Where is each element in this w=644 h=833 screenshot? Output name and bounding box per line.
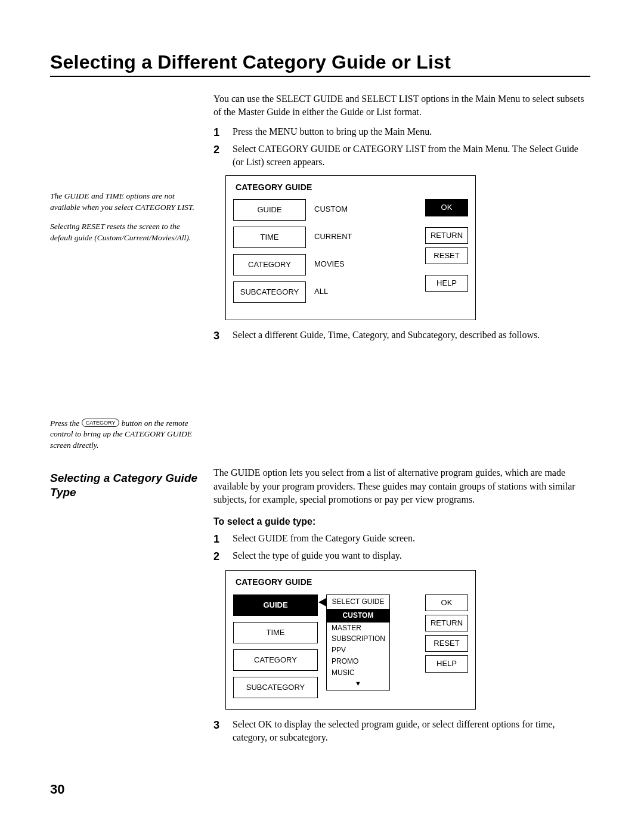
b-step-num-1: 1 [213, 532, 225, 547]
page-number: 30 [50, 782, 64, 797]
side-remote-pre: Press the [50, 419, 82, 428]
b-step-2-text: Select the type of guide you want to dis… [233, 549, 590, 564]
s2-time-label[interactable]: TIME [233, 622, 318, 643]
popup-pointer-icon [318, 598, 326, 606]
screen2-title: CATEGORY GUIDE [236, 577, 468, 589]
popup-opt-subscription[interactable]: SUBSCRIPTION [327, 633, 389, 645]
section-subhead: Selecting a Category Guide Type [50, 471, 203, 500]
subsection-text: The GUIDE option lets you select from a … [213, 466, 590, 506]
s1-subcategory-label: SUBCATEGORY [233, 281, 306, 303]
s2-subcategory-label[interactable]: SUBCATEGORY [233, 677, 318, 698]
side-note-1: The GUIDE and TIME options are not avail… [50, 191, 203, 213]
step-2-text: Select CATEGORY GUIDE or CATEGORY LIST f… [233, 143, 590, 169]
screen1-title: CATEGORY GUIDE [236, 182, 468, 194]
to-select-head: To select a guide type: [213, 515, 590, 528]
b-step-1-text: Select GUIDE from the Category Guide scr… [233, 532, 590, 547]
popup-opt-master[interactable]: MASTER [327, 623, 389, 634]
step-1-text: Press the MENU button to bring up the Ma… [233, 125, 590, 140]
main-column: You can use the SELECT GUIDE and SELECT … [213, 92, 590, 346]
s2-ok-button[interactable]: OK [425, 594, 468, 611]
popup-selected[interactable]: CUSTOM [327, 609, 389, 623]
s2-guide-label[interactable]: GUIDE [233, 594, 318, 616]
s1-reset-button[interactable]: RESET [425, 247, 468, 264]
s1-ok-button[interactable]: OK [425, 199, 468, 216]
step-num-3: 3 [213, 329, 225, 343]
popup-opt-ppv[interactable]: PPV [327, 645, 389, 656]
b-step-3-text: Select OK to display the selected progra… [233, 718, 590, 745]
side-column: The GUIDE and TIME options are not avail… [50, 92, 203, 459]
s1-return-button[interactable]: RETURN [425, 227, 468, 244]
popup-scroll-down-icon[interactable]: ▼ [327, 678, 389, 689]
step-num-2: 2 [213, 143, 225, 169]
s1-subcategory-value: ALL [312, 281, 386, 302]
s1-time-value: CURRENT [312, 227, 386, 247]
page-title: Selecting a Different Category Guide or … [50, 51, 590, 73]
intro-text: You can use the SELECT GUIDE and SELECT … [213, 92, 590, 119]
s1-time-label: TIME [233, 227, 306, 248]
s1-guide-label: GUIDE [233, 199, 306, 221]
s2-reset-button[interactable]: RESET [425, 635, 468, 652]
popup-head: SELECT GUIDE [327, 595, 389, 609]
s2-category-label[interactable]: CATEGORY [233, 649, 318, 671]
popup-opt-music[interactable]: MUSIC [327, 667, 389, 679]
category-guide-screen-1: CATEGORY GUIDE GUIDECUSTOM TIMECURRENT C… [225, 175, 476, 321]
b-step-num-3: 3 [213, 718, 225, 745]
title-rule [50, 76, 590, 77]
s2-return-button[interactable]: RETURN [425, 615, 468, 631]
remote-category-button-icon: CATEGORY [82, 419, 120, 427]
category-guide-screen-2: CATEGORY GUIDE GUIDE TIME CATEGORY SUBCA… [225, 570, 476, 710]
s2-help-button[interactable]: HELP [425, 655, 468, 672]
side-note-2: Selecting RESET resets the screen to the… [50, 221, 203, 243]
step-num-1: 1 [213, 125, 225, 140]
popup-opt-promo[interactable]: PROMO [327, 656, 389, 667]
s1-category-value: MOVIES [312, 254, 386, 274]
b-step-num-2: 2 [213, 549, 225, 564]
side-remote-note: Press the CATEGORY button on the remote … [50, 418, 203, 451]
s1-help-button[interactable]: HELP [425, 275, 468, 292]
s1-guide-value: CUSTOM [312, 199, 386, 219]
s1-category-label: CATEGORY [233, 254, 306, 275]
select-guide-popup: SELECT GUIDE CUSTOM MASTER SUBSCRIPTION … [326, 594, 390, 698]
step-3-text: Select a different Guide, Time, Category… [233, 329, 590, 343]
